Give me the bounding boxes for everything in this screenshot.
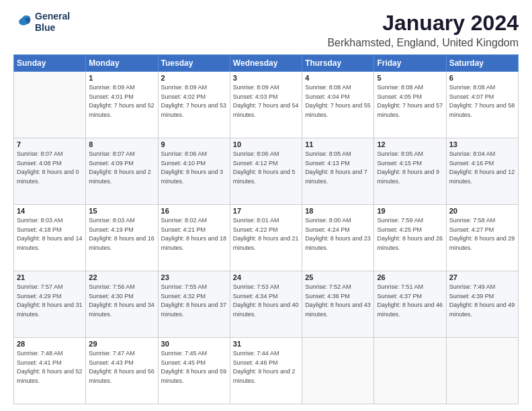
calendar-header-row: SundayMondayTuesdayWednesdayThursdayFrid…	[14, 55, 519, 72]
calendar-cell: 1Sunrise: 8:09 AMSunset: 4:01 PMDaylight…	[86, 72, 158, 138]
calendar-cell: 10Sunrise: 8:06 AMSunset: 4:12 PMDayligh…	[230, 138, 302, 205]
calendar-cell	[302, 338, 374, 404]
day-info: Sunrise: 8:03 AMSunset: 4:19 PMDaylight:…	[89, 216, 154, 253]
calendar-cell: 4Sunrise: 8:08 AMSunset: 4:04 PMDaylight…	[302, 72, 374, 138]
day-number: 3	[233, 74, 299, 82]
calendar-cell: 21Sunrise: 7:57 AMSunset: 4:29 PMDayligh…	[14, 271, 86, 338]
calendar-cell: 8Sunrise: 8:07 AMSunset: 4:09 PMDaylight…	[86, 138, 158, 205]
day-info: Sunrise: 8:07 AMSunset: 4:09 PMDaylight:…	[89, 150, 154, 186]
day-info: Sunrise: 7:53 AMSunset: 4:34 PMDaylight:…	[233, 283, 299, 319]
day-number: 31	[233, 340, 299, 348]
day-number: 23	[161, 273, 227, 281]
calendar-cell	[14, 72, 86, 138]
calendar-cell: 17Sunrise: 8:01 AMSunset: 4:22 PMDayligh…	[230, 205, 302, 271]
logo-icon	[13, 13, 32, 32]
day-number: 11	[305, 140, 371, 148]
col-header-monday: Monday	[86, 55, 158, 72]
calendar-cell: 2Sunrise: 8:09 AMSunset: 4:02 PMDaylight…	[158, 72, 230, 138]
day-info: Sunrise: 8:09 AMSunset: 4:03 PMDaylight:…	[233, 83, 299, 120]
col-header-friday: Friday	[374, 55, 446, 72]
day-number: 24	[233, 273, 299, 281]
day-info: Sunrise: 8:04 AMSunset: 4:16 PMDaylight:…	[449, 150, 515, 186]
day-number: 4	[305, 74, 371, 82]
calendar-cell	[374, 338, 446, 404]
day-info: Sunrise: 7:44 AMSunset: 4:46 PMDaylight:…	[233, 349, 299, 385]
page: General Blue January 2024 Berkhamsted, E…	[0, 0, 532, 411]
calendar-cell: 18Sunrise: 8:00 AMSunset: 4:24 PMDayligh…	[302, 205, 374, 271]
day-number: 12	[377, 140, 443, 148]
day-info: Sunrise: 8:05 AMSunset: 4:15 PMDaylight:…	[377, 150, 443, 186]
day-info: Sunrise: 8:06 AMSunset: 4:12 PMDaylight:…	[233, 150, 299, 186]
day-number: 1	[89, 74, 154, 82]
day-number: 7	[17, 140, 83, 148]
day-number: 28	[17, 340, 83, 348]
day-info: Sunrise: 8:02 AMSunset: 4:21 PMDaylight:…	[161, 216, 227, 253]
calendar-cell: 5Sunrise: 8:08 AMSunset: 4:05 PMDaylight…	[374, 72, 446, 138]
calendar-cell: 22Sunrise: 7:56 AMSunset: 4:30 PMDayligh…	[86, 271, 158, 338]
calendar-table: SundayMondayTuesdayWednesdayThursdayFrid…	[13, 54, 519, 404]
day-info: Sunrise: 8:07 AMSunset: 4:08 PMDaylight:…	[17, 150, 83, 186]
logo: General Blue	[13, 11, 70, 34]
main-title: January 2024	[327, 11, 519, 36]
calendar-week-5: 28Sunrise: 7:48 AMSunset: 4:41 PMDayligh…	[14, 338, 519, 404]
day-number: 13	[449, 140, 515, 148]
col-header-wednesday: Wednesday	[230, 55, 302, 72]
calendar-cell: 30Sunrise: 7:45 AMSunset: 4:45 PMDayligh…	[158, 338, 230, 404]
calendar-week-2: 7Sunrise: 8:07 AMSunset: 4:08 PMDaylight…	[14, 138, 519, 205]
day-number: 14	[17, 207, 83, 215]
calendar-cell: 19Sunrise: 7:59 AMSunset: 4:25 PMDayligh…	[374, 205, 446, 271]
logo-text: General Blue	[35, 11, 70, 34]
day-number: 22	[89, 273, 154, 281]
day-number: 19	[377, 207, 443, 215]
title-block: January 2024 Berkhamsted, England, Unite…	[327, 11, 519, 49]
calendar-cell: 3Sunrise: 8:09 AMSunset: 4:03 PMDaylight…	[230, 72, 302, 138]
day-info: Sunrise: 7:52 AMSunset: 4:36 PMDaylight:…	[305, 283, 371, 319]
day-info: Sunrise: 7:55 AMSunset: 4:32 PMDaylight:…	[161, 283, 227, 319]
col-header-sunday: Sunday	[14, 55, 86, 72]
day-number: 5	[377, 74, 443, 82]
calendar-cell: 31Sunrise: 7:44 AMSunset: 4:46 PMDayligh…	[230, 338, 302, 404]
calendar-cell: 26Sunrise: 7:51 AMSunset: 4:37 PMDayligh…	[374, 271, 446, 338]
calendar-cell	[446, 338, 518, 404]
calendar-cell: 15Sunrise: 8:03 AMSunset: 4:19 PMDayligh…	[86, 205, 158, 271]
calendar-cell: 7Sunrise: 8:07 AMSunset: 4:08 PMDaylight…	[14, 138, 86, 205]
day-info: Sunrise: 7:56 AMSunset: 4:30 PMDaylight:…	[89, 283, 154, 319]
day-info: Sunrise: 7:47 AMSunset: 4:43 PMDaylight:…	[89, 349, 154, 385]
day-number: 9	[161, 140, 227, 148]
day-number: 6	[449, 74, 515, 82]
day-number: 18	[305, 207, 371, 215]
day-info: Sunrise: 7:51 AMSunset: 4:37 PMDaylight:…	[377, 283, 443, 319]
day-info: Sunrise: 8:09 AMSunset: 4:01 PMDaylight:…	[89, 83, 154, 120]
calendar-cell: 11Sunrise: 8:05 AMSunset: 4:13 PMDayligh…	[302, 138, 374, 205]
day-info: Sunrise: 8:05 AMSunset: 4:13 PMDaylight:…	[305, 150, 371, 186]
day-info: Sunrise: 7:59 AMSunset: 4:25 PMDaylight:…	[377, 216, 443, 253]
day-info: Sunrise: 8:08 AMSunset: 4:05 PMDaylight:…	[377, 83, 443, 120]
day-info: Sunrise: 7:48 AMSunset: 4:41 PMDaylight:…	[17, 349, 83, 385]
calendar-cell: 29Sunrise: 7:47 AMSunset: 4:43 PMDayligh…	[86, 338, 158, 404]
subtitle: Berkhamsted, England, United Kingdom	[327, 37, 519, 49]
day-number: 15	[89, 207, 154, 215]
col-header-tuesday: Tuesday	[158, 55, 230, 72]
day-info: Sunrise: 8:01 AMSunset: 4:22 PMDaylight:…	[233, 216, 299, 253]
day-number: 25	[305, 273, 371, 281]
day-info: Sunrise: 8:08 AMSunset: 4:07 PMDaylight:…	[449, 83, 515, 120]
calendar-cell: 16Sunrise: 8:02 AMSunset: 4:21 PMDayligh…	[158, 205, 230, 271]
day-number: 27	[449, 273, 515, 281]
calendar-week-1: 1Sunrise: 8:09 AMSunset: 4:01 PMDaylight…	[14, 72, 519, 138]
day-info: Sunrise: 7:49 AMSunset: 4:39 PMDaylight:…	[449, 283, 515, 319]
calendar-cell: 13Sunrise: 8:04 AMSunset: 4:16 PMDayligh…	[446, 138, 518, 205]
calendar-cell: 14Sunrise: 8:03 AMSunset: 4:18 PMDayligh…	[14, 205, 86, 271]
day-number: 26	[377, 273, 443, 281]
day-info: Sunrise: 8:08 AMSunset: 4:04 PMDaylight:…	[305, 83, 371, 120]
calendar-cell: 23Sunrise: 7:55 AMSunset: 4:32 PMDayligh…	[158, 271, 230, 338]
day-number: 21	[17, 273, 83, 281]
day-number: 2	[161, 74, 227, 82]
calendar-cell: 24Sunrise: 7:53 AMSunset: 4:34 PMDayligh…	[230, 271, 302, 338]
day-number: 10	[233, 140, 299, 148]
day-info: Sunrise: 8:03 AMSunset: 4:18 PMDaylight:…	[17, 216, 83, 253]
day-number: 8	[89, 140, 154, 148]
day-info: Sunrise: 7:58 AMSunset: 4:27 PMDaylight:…	[449, 216, 515, 253]
calendar-week-4: 21Sunrise: 7:57 AMSunset: 4:29 PMDayligh…	[14, 271, 519, 338]
day-info: Sunrise: 7:57 AMSunset: 4:29 PMDaylight:…	[17, 283, 83, 319]
calendar-cell: 6Sunrise: 8:08 AMSunset: 4:07 PMDaylight…	[446, 72, 518, 138]
